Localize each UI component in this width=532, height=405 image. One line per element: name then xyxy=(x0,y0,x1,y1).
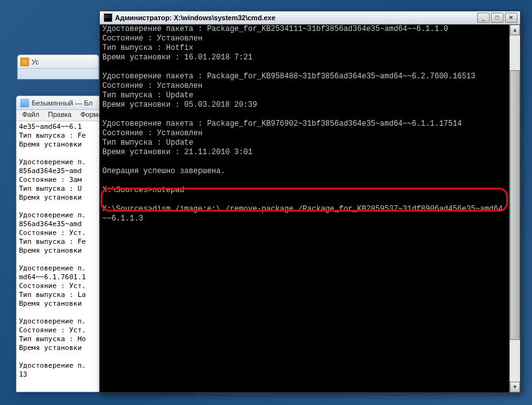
minimize-button[interactable]: _ xyxy=(477,13,490,23)
menu-edit[interactable]: Правка xyxy=(44,110,76,121)
background-window: Ус xyxy=(17,54,99,80)
background-titlebar: Ус xyxy=(18,55,99,69)
cmd-window[interactable]: Администратор: X:\windows\system32\cmd.e… xyxy=(99,11,521,393)
cmd-body: Удостоверение пакета : Package_for_KB253… xyxy=(100,25,520,392)
scroll-down-button[interactable]: ▼ xyxy=(510,382,520,392)
scroll-up-button[interactable]: ▲ xyxy=(510,25,520,35)
notepad-title: Безымянный — Бл xyxy=(32,99,92,107)
cmd-icon xyxy=(104,13,112,22)
cmd-scrollbar[interactable]: ▲ ▼ xyxy=(509,25,520,392)
scroll-thumb[interactable] xyxy=(510,70,520,340)
background-title: Ус xyxy=(32,58,39,66)
maximize-button[interactable]: □ xyxy=(491,13,504,23)
notepad-icon xyxy=(20,99,29,107)
close-button[interactable]: ✕ xyxy=(505,13,517,23)
cmd-title: Администратор: X:\windows\system32\cmd.e… xyxy=(115,14,477,21)
cmd-titlebar[interactable]: Администратор: X:\windows\system32\cmd.e… xyxy=(100,11,520,25)
window-controls: _ □ ✕ xyxy=(477,13,517,23)
cmd-output[interactable]: Удостоверение пакета : Package_for_KB253… xyxy=(100,25,509,392)
scroll-track[interactable] xyxy=(510,35,520,382)
shield-icon xyxy=(20,57,29,66)
menu-file[interactable]: Файл xyxy=(18,110,44,121)
